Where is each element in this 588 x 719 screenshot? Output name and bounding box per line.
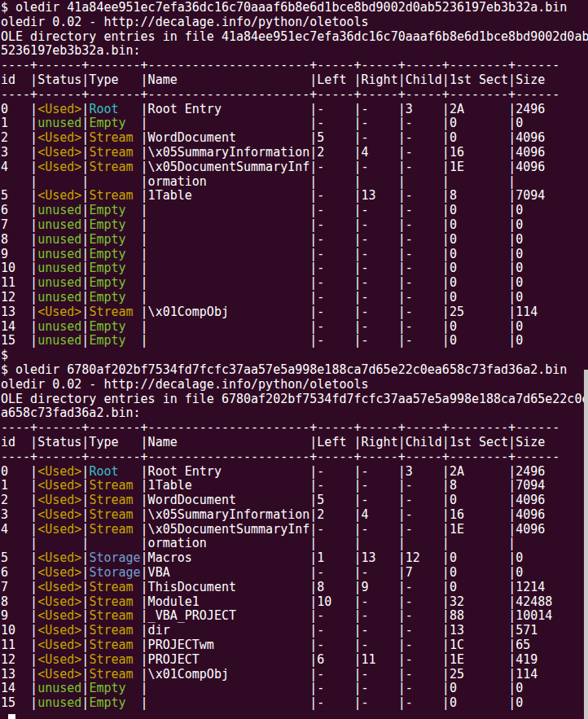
row-id-cell: 4 |: [1, 160, 37, 174]
row-id-cell: 8 |: [1, 594, 37, 609]
row-value-cells: | |- |- |- |0 |0: [141, 333, 524, 348]
terminal-text-segment: 5236197eb3b32a.bin:: [1, 43, 141, 58]
listing-intro-line: a658c73fad36a2.bin:: [1, 406, 588, 421]
row-type-cell: Stream: [89, 580, 140, 594]
row-status-cell: <Used>: [37, 464, 81, 479]
row-status-cell: <Used>: [37, 130, 81, 145]
table-row: 2 |<Used>|Stream |WordDocument |5 |- |- …: [1, 493, 588, 508]
cursor-line: [1, 711, 588, 719]
row-status-cell: <Used>: [37, 667, 81, 682]
row-value-cells: |\x05DocumentSummaryInf|- |- |- |1E |409…: [141, 522, 546, 537]
row-status-cell: <Used>: [37, 638, 81, 652]
row-status-cell: unused: [37, 116, 81, 130]
row-id-cell: 0 |: [1, 464, 37, 479]
row-type-cell: Stream: [89, 160, 140, 174]
row-value-cells: |ThisDocument |8 |9 |- |0 |1214: [141, 580, 546, 594]
row-id-cell: 0 |: [1, 102, 37, 116]
row-id-cell: 14 |: [1, 319, 37, 334]
row-type-cell: Empty: [89, 290, 140, 305]
table-separator: ----+------+-------+--------------------…: [1, 88, 588, 103]
terminal-text-segment: ----+------+-------+--------------------…: [1, 420, 559, 435]
row-type-cell: Stream: [89, 608, 140, 623]
row-value-cells: | |- |- |- |0 |0: [141, 261, 524, 275]
row-status-cell: unused: [37, 217, 81, 232]
row-status-cell: unused: [37, 247, 81, 261]
row-id-cell: 8 |: [1, 232, 37, 247]
table-row: 5 |<Used>|Storage|Macros |1 |13 |12 |0 |…: [1, 551, 588, 566]
scrollbar-thumb[interactable]: [584, 370, 588, 719]
row-type-cell: Empty: [89, 695, 140, 710]
row-type-cell: Storage: [89, 565, 140, 580]
table-row: 15 |unused|Empty | |- |- |- |0 |0: [1, 696, 588, 711]
terminal-text-segment: $ oledir 6780af202bf7534fd7fcfc37aa57e5a…: [1, 362, 567, 377]
row-id-cell: 7 |: [1, 580, 37, 594]
row-value-cells: |Root Entry |- |- |3 |2A |2496: [141, 464, 546, 479]
row-id-cell: 6 |: [1, 565, 37, 580]
row-status-cell: unused: [37, 681, 81, 695]
row-id-cell: 1 |: [1, 116, 37, 130]
table-row: 7 |<Used>|Stream |ThisDocument |8 |9 |- …: [1, 581, 588, 595]
row-id-cell: 7 |: [1, 217, 37, 232]
row-value-cells: | |- |- |- |0 |0: [141, 217, 524, 232]
row-id-cell: 2 |: [1, 493, 37, 507]
row-value-cells: |WordDocument |5 |- |- |0 |4096: [141, 493, 546, 507]
row-status-cell: unused: [37, 333, 81, 348]
row-value-cells: |PROJECTwm |- |- |- |1C |65: [141, 638, 531, 652]
row-value-cells: |Macros |1 |13 |12 |0 |0: [141, 550, 524, 565]
command-line: $ oledir 6780af202bf7534fd7fcfc37aa57e5a…: [1, 363, 588, 378]
table-row: 10 |unused|Empty | |- |- |- |0 |0: [1, 261, 588, 276]
row-type-cell: Stream: [89, 493, 140, 507]
row-status-cell: <Used>: [37, 623, 81, 638]
row-type-cell: Stream: [89, 522, 140, 537]
table-row: 1 |unused|Empty | |- |- |- |0 |0: [1, 116, 588, 131]
terminal-text-segment: [1, 710, 8, 719]
table-row: 6 |unused|Empty | |- |- |- |0 |0: [1, 204, 588, 218]
row-value-cells: |Module1 |10 |- |- |32 |42488: [141, 594, 553, 609]
row-status-cell: unused: [37, 261, 81, 275]
row-type-cell: Stream: [89, 130, 140, 145]
table-row: 0 |<Used>|Root |Root Entry |- |- |3 |2A …: [1, 103, 588, 117]
table-separator: ----+------+-------+--------------------…: [1, 59, 588, 73]
table-row: 15 |unused|Empty | |- |- |- |0 |0: [1, 334, 588, 349]
row-id-cell: 15 |: [1, 695, 37, 710]
row-status-cell: <Used>: [37, 608, 81, 623]
table-separator: ----+------+-------+--------------------…: [1, 421, 588, 436]
table-separator: ----+------+-------+--------------------…: [1, 450, 588, 465]
table-row: 5 |<Used>|Stream |1Table |- |13 |- |8 |7…: [1, 189, 588, 204]
row-id-cell: 3 |: [1, 507, 37, 522]
row-id-cell: 13 |: [1, 667, 37, 682]
row-status-cell: <Used>: [37, 550, 81, 565]
row-status-cell: unused: [37, 695, 81, 710]
row-id-cell: 6 |: [1, 203, 37, 217]
terminal-text-segment: oledir 0.02 - http://decalage.info/pytho…: [1, 377, 369, 392]
terminal-text-segment: ----+------+-------+--------------------…: [1, 449, 559, 464]
text-cursor: [8, 714, 15, 719]
row-status-cell: <Used>: [37, 594, 81, 609]
row-type-cell: Empty: [89, 333, 140, 348]
row-status-cell: unused: [37, 275, 81, 290]
row-value-cells: |VBA |- |- |7 |0 |0: [141, 565, 524, 580]
terminal-screen: $ oledir 41a84ee951ec7efa36dc16c70aaaf6b…: [1, 1, 588, 719]
terminal-text-segment: | | |ormation | | | | |: [1, 536, 516, 550]
row-value-cells: |PROJECT |6 |11 |- |1E |419: [141, 652, 538, 667]
row-type-cell: Empty: [89, 681, 140, 695]
row-type-cell: Stream: [89, 594, 140, 609]
table-row: 7 |unused|Empty | |- |- |- |0 |0: [1, 218, 588, 233]
terminal-text-segment: a658c73fad36a2.bin:: [1, 406, 141, 420]
row-id-cell: 9 |: [1, 608, 37, 623]
table-row: 10 |<Used>|Stream |dir |- |- |- |13 |571: [1, 624, 588, 638]
table-row: 8 |unused|Empty | |- |- |- |0 |0: [1, 233, 588, 248]
row-status-cell: <Used>: [37, 565, 81, 580]
command-line: $ oledir 41a84ee951ec7efa36dc16c70aaaf6b…: [1, 1, 588, 15]
row-id-cell: 10 |: [1, 261, 37, 275]
row-id-cell: 13 |: [1, 305, 37, 319]
row-value-cells: |WordDocument |5 |- |- |0 |4096: [141, 130, 546, 145]
row-value-cells: | |- |- |- |0 |0: [141, 247, 524, 261]
row-value-cells: |Root Entry |- |- |3 |2A |2496: [141, 102, 546, 116]
row-value-cells: | |- |- |- |0 |0: [141, 275, 524, 290]
table-row: 11 |<Used>|Stream |PROJECTwm |- |- |- |1…: [1, 638, 588, 653]
row-value-cells: |\x05DocumentSummaryInf|- |- |- |1E |409…: [141, 160, 546, 174]
row-type-cell: Root: [89, 102, 140, 116]
row-status-cell: unused: [37, 290, 81, 305]
table-row: 11 |unused|Empty | |- |- |- |0 |0: [1, 276, 588, 291]
